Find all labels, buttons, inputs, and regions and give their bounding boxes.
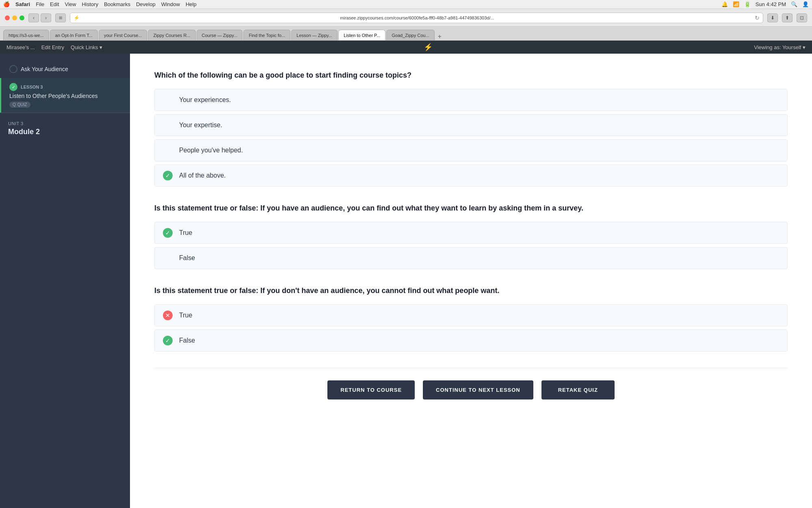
edit-entry-link[interactable]: Edit Entry [41, 44, 64, 50]
lesson-number: LESSON 3 [21, 85, 43, 89]
quiz-label: QUIZ [17, 102, 27, 107]
wifi-icon[interactable]: 📶 [733, 1, 739, 7]
q2-option-a[interactable]: ✓ True [154, 222, 788, 244]
q1-option-a[interactable]: Your experiences. [154, 89, 788, 111]
q3a-text: True [179, 312, 192, 319]
continue-to-next-lesson-button[interactable]: CONTINUE TO NEXT LESSON [423, 380, 533, 399]
app-layout: Ask Your Audience ✓ LESSON 3 Listen to O… [0, 54, 812, 508]
forward-button[interactable]: › [41, 13, 51, 22]
history-menu[interactable]: History [82, 1, 98, 7]
maximize-button[interactable] [19, 15, 24, 20]
quick-links-menu[interactable]: Quick Links ▾ [71, 44, 102, 50]
edit-menu[interactable]: Edit [50, 1, 59, 7]
question-2-text: Is this statement true or false: If you … [154, 203, 788, 214]
minimize-button[interactable] [12, 15, 17, 20]
lesson-check-icon: ✓ [9, 83, 17, 91]
tab-5[interactable]: Find the Topic fo... [243, 30, 290, 40]
sidebar-item-ask-audience[interactable]: Ask Your Audience [0, 60, 130, 78]
browser-title-bar: ‹ › ⊞ ⚡ mirasee.zippycourses.com/course/… [0, 9, 812, 27]
file-menu[interactable]: File [36, 1, 44, 7]
viewing-as[interactable]: Viewing as: Yourself ▾ [754, 44, 806, 50]
ask-audience-label[interactable]: Ask Your Audience [21, 66, 68, 72]
bookmarks-menu[interactable]: Bookmarks [104, 1, 130, 7]
q3b-text: False [179, 337, 195, 344]
question-1-text: Which of the following can be a good pla… [154, 70, 788, 81]
address-bar[interactable]: ⚡ mirasee.zippycourses.com/course/6000fe… [70, 13, 763, 23]
q3-option-a[interactable]: ✕ True [154, 304, 788, 326]
new-tab-button[interactable]: ⊡ [797, 13, 807, 22]
q1d-icon: ✓ [163, 171, 173, 180]
q3b-icon: ✓ [163, 336, 173, 345]
nav-buttons: ‹ › [28, 13, 51, 22]
tab-8[interactable]: Goad_Zippy Cou... [386, 30, 434, 40]
window-menu[interactable]: Window [161, 1, 180, 7]
tab-2[interactable]: your First Course... [99, 30, 147, 40]
reload-button[interactable]: ↻ [755, 15, 760, 21]
unit-title: Module 2 [8, 128, 122, 136]
q1b-icon [163, 120, 173, 130]
q1c-text: People you've helped. [179, 147, 243, 154]
apple-menu[interactable]: 🍎 [3, 1, 10, 7]
close-button[interactable] [5, 15, 10, 20]
share-button[interactable]: ⬆ [782, 13, 793, 22]
q3-option-b[interactable]: ✓ False [154, 330, 788, 352]
q1a-icon [163, 95, 173, 105]
traffic-lights [5, 15, 24, 20]
tab-3[interactable]: Zippy Courses R... [148, 30, 195, 40]
battery-icon[interactable]: 🔋 [744, 1, 751, 7]
quiz-icon: Q [13, 102, 16, 107]
lesson-header: ✓ LESSON 3 [9, 83, 122, 91]
q2a-text: True [179, 229, 192, 237]
question-3-text: Is this statement true or false: If you … [154, 285, 788, 296]
q2b-text: False [179, 254, 195, 262]
page-icon: ⚡ [74, 15, 80, 21]
q1a-text: Your experiences. [179, 96, 231, 104]
macos-menu-bar: 🍎 Safari File Edit View History Bookmark… [0, 0, 812, 9]
tab-1[interactable]: an Opt-In Form T... [50, 30, 98, 40]
user-icon[interactable]: 👤 [802, 1, 809, 7]
return-to-course-button[interactable]: RETURN TO COURSE [327, 380, 415, 399]
tab-bar: https://s3-us-we... an Opt-In Form T... … [0, 27, 812, 41]
tab-4[interactable]: Course — Zippy... [197, 30, 243, 40]
menu-bar-right: 🔔 📶 🔋 Sun 4:42 PM 🔍 👤 [721, 1, 809, 7]
clock: Sun 4:42 PM [756, 1, 786, 7]
develop-menu[interactable]: Develop [136, 1, 156, 7]
safari-menu[interactable]: Safari [15, 1, 30, 7]
q2-option-b[interactable]: False [154, 247, 788, 269]
q3a-icon: ✕ [163, 310, 173, 320]
lightning-icon: ⚡ [424, 43, 433, 52]
lesson-title[interactable]: Listen to Other People's Audiences [9, 93, 122, 99]
q2a-icon: ✓ [163, 228, 173, 238]
q1d-text: All of the above. [179, 172, 226, 179]
question-2: Is this statement true or false: If you … [154, 203, 788, 269]
site-name[interactable]: Mirasee's ... [6, 44, 35, 50]
search-icon[interactable]: 🔍 [791, 1, 797, 7]
main-content: Which of the following can be a good pla… [130, 54, 812, 508]
wp-admin-bar: Mirasee's ... Edit Entry Quick Links ▾ ⚡… [0, 41, 812, 54]
q1-option-c[interactable]: People you've helped. [154, 139, 788, 161]
tab-6[interactable]: Lesson — Zippy... [291, 30, 338, 40]
q1b-text: Your expertise. [179, 122, 222, 129]
sidebar: Ask Your Audience ✓ LESSON 3 Listen to O… [0, 54, 130, 508]
unit-section: UNIT 3 Module 2 [0, 113, 130, 139]
help-menu[interactable]: Help [186, 1, 197, 7]
view-menu[interactable]: View [65, 1, 76, 7]
new-tab-icon[interactable]: + [435, 33, 444, 40]
retake-quiz-button[interactable]: RETAKE QUIZ [541, 380, 615, 399]
url-text: mirasee.zippycourses.com/course/6000fe5a… [82, 15, 752, 20]
sidebar-item-listen[interactable]: ✓ LESSON 3 Listen to Other People's Audi… [0, 78, 130, 113]
q1c-icon [163, 145, 173, 155]
quiz-badge[interactable]: Q QUIZ [9, 102, 30, 108]
question-3: Is this statement true or false: If you … [154, 285, 788, 352]
sidebar-toggle-button[interactable]: ⊞ [55, 13, 66, 22]
tab-0[interactable]: https://s3-us-we... [3, 30, 49, 40]
q1-option-b[interactable]: Your expertise. [154, 114, 788, 136]
action-buttons: RETURN TO COURSE CONTINUE TO NEXT LESSON… [154, 368, 788, 399]
download-button[interactable]: ⬇ [767, 13, 778, 22]
tab-7-active[interactable]: Listen to Other P... [338, 30, 385, 40]
unit-label: UNIT 3 [8, 121, 122, 126]
q2b-icon [163, 253, 173, 263]
back-button[interactable]: ‹ [28, 13, 39, 22]
q1-option-d[interactable]: ✓ All of the above. [154, 165, 788, 187]
control-center-icon[interactable]: 🔔 [721, 1, 728, 7]
